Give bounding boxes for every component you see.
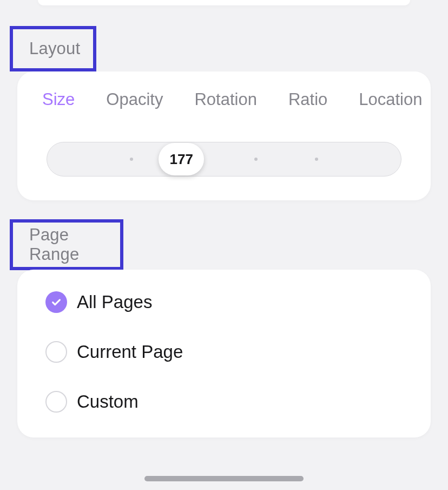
tab-rotation[interactable]: Rotation [194,90,256,109]
page-range-heading-highlight: Page Range [10,219,123,270]
slider-track[interactable] [47,142,401,177]
page-range-option-all-pages[interactable]: All Pages [17,270,431,327]
radio-unchecked-icon [45,391,67,413]
radio-unchecked-icon [45,341,67,363]
layout-section-heading: Layout [29,39,80,58]
page-range-option-current-page[interactable]: Current Page [17,327,431,377]
tab-ratio[interactable]: Ratio [288,90,327,109]
radio-checked-icon [45,291,67,313]
home-indicator[interactable] [144,476,304,481]
previous-card-sliver [38,0,410,5]
tab-size[interactable]: Size [42,90,75,109]
tab-location[interactable]: Location [359,90,422,109]
slider-thumb[interactable]: 177 [159,143,204,175]
radio-label: All Pages [77,292,152,312]
size-slider[interactable]: 177 [47,142,401,177]
slider-tick [130,158,133,161]
slider-tick [254,158,258,161]
radio-label: Custom [77,391,139,412]
page-range-section-heading: Page Range [29,225,120,264]
layout-card: Size Opacity Rotation Ratio Location 177 [17,71,431,200]
layout-heading-highlight: Layout [10,26,96,71]
page-range-card: All Pages Current Page Custom [17,270,431,437]
page-range-option-custom[interactable]: Custom [17,377,431,427]
layout-tabs: Size Opacity Rotation Ratio Location [17,71,431,109]
tab-opacity[interactable]: Opacity [106,90,163,109]
slider-tick [315,158,318,161]
slider-value: 177 [170,151,193,168]
radio-label: Current Page [77,342,183,362]
